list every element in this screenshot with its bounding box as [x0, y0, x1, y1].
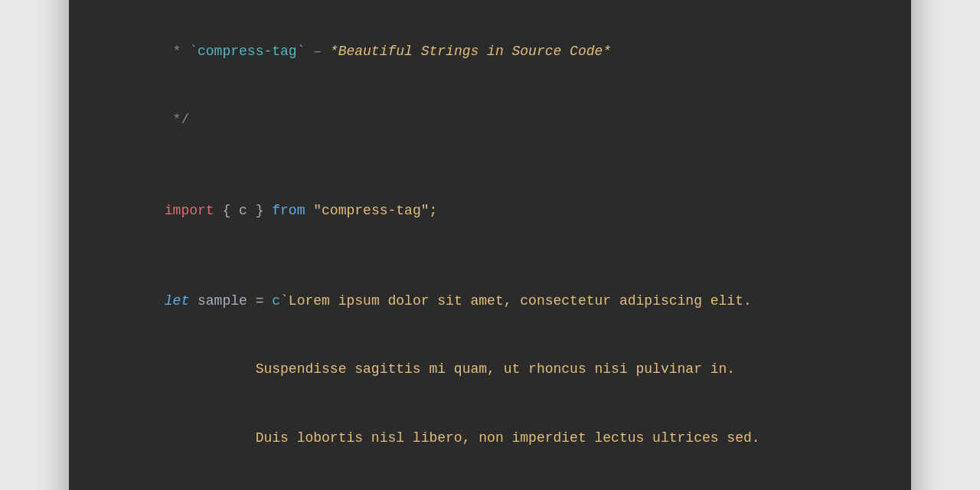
- template-line-4: Aliquam erat volutpat. Sed egestas digni…: [115, 472, 865, 490]
- code-block: /** * `compress-tag` – *Beautiful String…: [115, 0, 865, 490]
- code-window: /** * `compress-tag` – *Beautiful String…: [69, 0, 911, 490]
- empty-line-1: [115, 154, 865, 177]
- comment-line-close: */: [115, 86, 865, 154]
- comment-line-tag: * `compress-tag` – *Beautiful Strings in…: [115, 18, 865, 86]
- comment-line-open: /**: [115, 0, 865, 18]
- empty-line-2: [115, 245, 865, 268]
- template-line-3: Duis lobortis nisl libero, non imperdiet…: [115, 404, 865, 472]
- template-line-2: Suspendisse sagittis mi quam, ut rhoncus…: [115, 336, 865, 404]
- import-line: import { c } from "compress-tag";: [115, 177, 865, 245]
- let-line: let sample = c`Lorem ipsum dolor sit ame…: [115, 268, 865, 336]
